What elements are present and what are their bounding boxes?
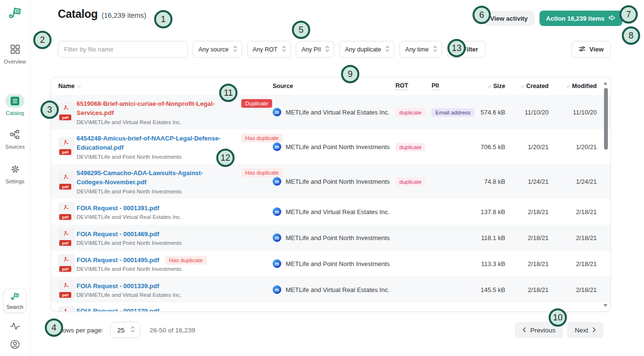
filter-dropdown-any-rot[interactable]: Any ROT [247,41,291,58]
source-cell: m METLife and Point North Investments [273,251,390,277]
duplicate-badge: Has duplicate [165,256,207,265]
created-date: 2/18/21 [528,234,549,242]
file-size: 74.8 kB [484,178,505,185]
action-items-button[interactable]: Action 16,239 items [539,11,622,26]
name-cell: FOIA Request - 0001379.pdf [77,303,159,312]
table-row[interactable]: pdf FOIA Request - 0001379.pdf [51,303,610,312]
source-cell: m METLife and Point North Investments [273,164,390,199]
name-cell: FOIA Request - 0001495.pdf Has duplicate… [77,251,207,277]
annotation-marker-9: 9 [341,65,359,83]
rot-cell: duplicate [395,177,425,186]
scrollbar-thumb[interactable] [604,88,608,150]
created-date: 2/18/21 [528,208,549,216]
pdf-file-icon: pdf [58,280,75,299]
sidebar-item-settings[interactable]: Settings [5,164,25,184]
source-name: METLife and Point North Investments [286,143,390,151]
app-logo-icon[interactable] [8,6,22,22]
source-cell: m METLife and Virtual Real Estates Inc. [273,277,390,303]
file-name-link[interactable]: FOIA Request - 0001339.pdf [77,282,159,290]
pdf-file-icon: pdf [58,228,75,247]
scroll-up-arrow-icon[interactable] [604,82,607,85]
table-row[interactable]: pdf FOIA Request - 0001495.pdf Has dupli… [51,251,610,277]
table-row[interactable]: pdf FOIA Request - 0001339.pdf DEV\METLi… [51,277,610,303]
source-name: METLife and Point North Investments [286,234,390,242]
column-header-rot[interactable]: ROT [395,82,408,90]
pdf-file-icon: pdf [58,137,75,156]
column-header-created[interactable]: ↓↑ Created [521,83,549,89]
column-header-pii[interactable]: PII [432,82,439,90]
annotation-marker-1: 1 [154,10,172,28]
activity-pulse-icon[interactable] [10,321,20,331]
chevron-updown-icon [233,45,237,54]
sidebar-bottom: Search [0,289,30,349]
file-path: DEV\METLife and Point North Investments [77,189,203,194]
view-activity-button[interactable]: View activity [484,11,535,26]
file-path: DEV\METLife and Point North Investments [77,154,221,160]
file-name-link[interactable]: 6519068-Brief-amici-curiae-of-Nonprofit-… [77,100,215,116]
file-name-link[interactable]: FOIA Request - 0001495.pdf [77,256,159,264]
annotation-marker-2: 2 [33,31,52,49]
account-icon[interactable] [10,340,20,349]
file-size: 118.1 kB [481,234,505,242]
next-page-button[interactable]: Next [567,322,604,338]
name-cell: 6454248-Amicus-brief-of-NAACP-Legal-Defe… [77,129,221,164]
filter-dropdown-any-source[interactable]: Any source [193,41,242,58]
filter-by-name-input[interactable] [58,41,188,58]
annotation-marker-7: 7 [619,5,638,24]
column-header-size[interactable]: ↓↑ Size [487,83,505,89]
file-path: DEV\METLife and Virtual Real Estates Inc… [77,292,182,298]
pdf-file-icon: pdf [58,254,75,273]
table-row[interactable]: pdf 6519068-Brief-amici-curiae-of-Nonpro… [51,95,610,129]
rows-per-page-select[interactable]: 25 [110,322,140,338]
modified-date: 2/18/21 [576,260,597,267]
filter-dropdown-any-pii[interactable]: Any PII [296,41,334,58]
column-header-modified[interactable]: ↓↑ Modified [566,83,597,89]
column-header-name[interactable]: Name ↓↑ [58,83,80,89]
sidebar-nav: Overview Catalog Sources [4,44,26,199]
modified-date: 2/18/21 [576,234,597,242]
file-name-link[interactable]: FOIA Request - 0001469.pdf [77,230,159,238]
source-cell: m METLife and Virtual Real Estates Inc. [273,95,390,129]
filter-dropdown-any-time[interactable]: Any time [399,41,442,58]
chevron-updown-icon [433,45,437,54]
file-name-link[interactable]: 6454248-Amicus-brief-of-NAACP-Legal-Defe… [77,135,221,151]
file-name-link[interactable]: FOIA Request - 0001379.pdf [77,307,159,312]
search-button[interactable]: Search [3,289,26,313]
scroll-down-arrow-icon[interactable] [604,304,607,307]
sliders-icon [578,46,586,53]
table-row[interactable]: pdf FOIA Request - 0001391.pdf DEV\METLi… [51,199,610,225]
action-button-label: Action 16,239 items [546,15,605,22]
sidebar-item-sources[interactable]: Sources [5,129,25,150]
sidebar-item-catalog[interactable]: Catalog [5,94,25,116]
source-name: METLife and Point North Investments [286,178,390,185]
file-size: 706.5 kB [481,143,505,151]
annotation-marker-10: 10 [549,308,567,327]
source-icon: m [273,142,281,151]
file-name-link[interactable]: FOIA Request - 0001391.pdf [77,204,159,212]
table-row[interactable]: pdf 5498295-Camacho-ADA-Lawsuits-Against… [51,164,610,199]
file-name-link[interactable]: 5498295-Camacho-ADA-Lawsuits-Against- Co… [77,169,203,186]
table-body: pdf 6519068-Brief-amici-curiae-of-Nonpro… [51,95,610,312]
chevron-right-icon [592,327,596,334]
rows-per-page-label: Rows per page: [58,327,104,334]
file-path: DEV\METLife and Point North Investments [77,240,182,246]
view-options-button[interactable]: View [571,41,611,58]
file-path: DEV\METLife and Virtual Real Estates Inc… [77,119,215,125]
annotation-marker-4: 4 [45,318,63,337]
created-date: 1/24/21 [528,178,549,185]
sort-icon: ↓↑ [487,84,491,89]
filter-dropdown-any-duplicate[interactable]: Any duplicate [339,41,394,58]
source-name: METLife and Virtual Real Estates Inc. [286,286,390,293]
name-cell: 6519068-Brief-amici-curiae-of-Nonprofit-… [77,95,215,129]
file-size: 137.8 kB [481,208,505,216]
source-cell: m METLife and Virtual Real Estates Inc. [273,199,390,225]
sources-network-icon [10,129,20,141]
source-icon: m [273,233,281,242]
sort-icon: ↓↑ [77,84,80,89]
table-row[interactable]: pdf FOIA Request - 0001469.pdf DEV\METLi… [51,225,610,251]
sidebar-item-overview[interactable]: Overview [4,44,26,64]
catalog-table: Name ↓↑ Source ROT PII ↓↑ Size ↓↑ [51,77,611,312]
table-row[interactable]: pdf 6454248-Amicus-brief-of-NAACP-Legal-… [51,129,610,164]
source-name: METLife and Point North Investments [286,260,390,267]
item-count: (16,239 items) [102,12,146,19]
